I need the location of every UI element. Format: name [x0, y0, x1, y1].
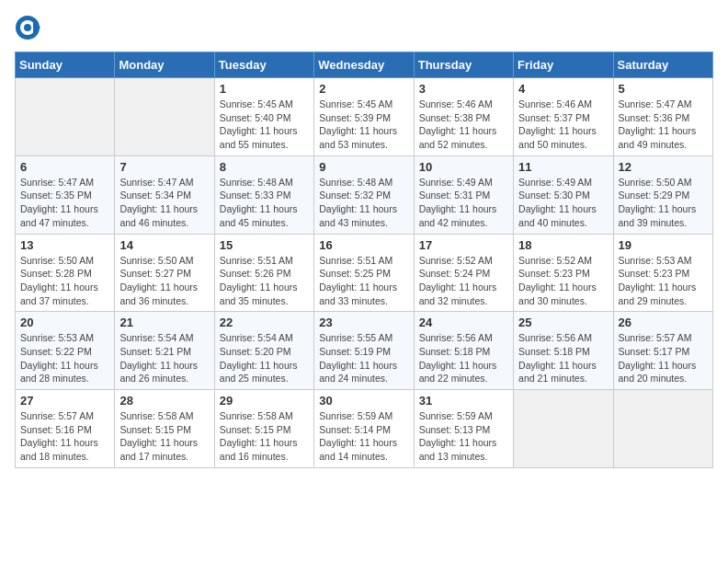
cell-info: Sunrise: 5:47 AMSunset: 5:35 PMDaylight:… [20, 176, 109, 230]
calendar-cell: 5Sunrise: 5:47 AMSunset: 5:36 PMDaylight… [613, 78, 712, 156]
cell-info: Sunrise: 5:47 AMSunset: 5:34 PMDaylight:… [119, 176, 209, 230]
day-number: 22 [220, 316, 309, 329]
calendar-cell: 29Sunrise: 5:58 AMSunset: 5:15 PMDayligh… [214, 390, 313, 468]
day-number: 19 [619, 238, 708, 252]
cell-info: Sunrise: 5:53 AMSunset: 5:23 PMDaylight:… [619, 254, 708, 308]
day-number: 14 [119, 238, 209, 252]
day-number: 7 [119, 160, 209, 174]
day-number: 15 [220, 238, 309, 252]
calendar-cell: 22Sunrise: 5:54 AMSunset: 5:20 PMDayligh… [214, 312, 313, 390]
header-row: SundayMondayTuesdayWednesdayThursdayFrid… [16, 52, 713, 78]
day-number: 31 [419, 394, 508, 408]
day-number: 27 [20, 394, 109, 408]
day-number: 25 [518, 316, 608, 329]
calendar-cell: 26Sunrise: 5:57 AMSunset: 5:17 PMDayligh… [613, 312, 712, 390]
header-cell-monday: Monday [115, 52, 214, 78]
cell-info: Sunrise: 5:57 AMSunset: 5:17 PMDaylight:… [619, 331, 708, 385]
day-number: 23 [319, 316, 408, 329]
calendar-cell [115, 78, 214, 156]
cell-info: Sunrise: 5:48 AMSunset: 5:33 PMDaylight:… [220, 176, 309, 230]
day-number: 1 [220, 82, 309, 96]
day-number: 12 [619, 160, 708, 174]
cell-info: Sunrise: 5:52 AMSunset: 5:23 PMDaylight:… [518, 254, 608, 308]
cell-info: Sunrise: 5:51 AMSunset: 5:26 PMDaylight:… [220, 254, 309, 308]
calendar-cell: 9Sunrise: 5:48 AMSunset: 5:32 PMDaylight… [314, 155, 414, 234]
cell-info: Sunrise: 5:50 AMSunset: 5:27 PMDaylight:… [119, 254, 209, 308]
day-number: 8 [220, 160, 309, 174]
cell-info: Sunrise: 5:59 AMSunset: 5:14 PMDaylight:… [319, 409, 408, 464]
day-number: 4 [518, 82, 608, 96]
cell-info: Sunrise: 5:46 AMSunset: 5:38 PMDaylight:… [419, 98, 508, 152]
day-number: 16 [319, 238, 408, 252]
day-number: 18 [518, 238, 608, 252]
calendar-cell: 20Sunrise: 5:53 AMSunset: 5:22 PMDayligh… [16, 312, 115, 390]
day-number: 26 [619, 316, 708, 329]
calendar-cell: 8Sunrise: 5:48 AMSunset: 5:33 PMDaylight… [214, 155, 313, 234]
page-header [15, 15, 713, 40]
week-row-1: 1Sunrise: 5:45 AMSunset: 5:40 PMDaylight… [16, 78, 713, 156]
cell-info: Sunrise: 5:58 AMSunset: 5:15 PMDaylight:… [119, 409, 209, 464]
week-row-3: 13Sunrise: 5:50 AMSunset: 5:28 PMDayligh… [16, 234, 713, 312]
svg-point-2 [24, 24, 31, 31]
calendar-cell: 15Sunrise: 5:51 AMSunset: 5:26 PMDayligh… [214, 234, 313, 312]
cell-info: Sunrise: 5:48 AMSunset: 5:32 PMDaylight:… [319, 176, 408, 230]
calendar-cell: 31Sunrise: 5:59 AMSunset: 5:13 PMDayligh… [414, 390, 513, 468]
calendar-cell [514, 390, 613, 468]
calendar-cell: 19Sunrise: 5:53 AMSunset: 5:23 PMDayligh… [613, 234, 712, 312]
calendar-cell: 25Sunrise: 5:56 AMSunset: 5:18 PMDayligh… [514, 312, 613, 390]
cell-info: Sunrise: 5:47 AMSunset: 5:36 PMDaylight:… [619, 98, 708, 152]
day-number: 5 [619, 82, 708, 96]
header-cell-wednesday: Wednesday [314, 52, 414, 78]
calendar-cell: 30Sunrise: 5:59 AMSunset: 5:14 PMDayligh… [314, 390, 414, 468]
header-cell-tuesday: Tuesday [214, 52, 313, 78]
cell-info: Sunrise: 5:49 AMSunset: 5:31 PMDaylight:… [419, 176, 508, 230]
calendar-cell: 18Sunrise: 5:52 AMSunset: 5:23 PMDayligh… [514, 234, 613, 312]
day-number: 3 [419, 82, 508, 96]
day-number: 17 [419, 238, 508, 252]
calendar-cell: 28Sunrise: 5:58 AMSunset: 5:15 PMDayligh… [115, 390, 214, 468]
logo [15, 15, 44, 40]
calendar-body: 1Sunrise: 5:45 AMSunset: 5:40 PMDaylight… [16, 78, 713, 468]
calendar-table: SundayMondayTuesdayWednesdayThursdayFrid… [15, 52, 713, 468]
day-number: 9 [319, 160, 408, 174]
cell-info: Sunrise: 5:56 AMSunset: 5:18 PMDaylight:… [518, 331, 608, 385]
week-row-4: 20Sunrise: 5:53 AMSunset: 5:22 PMDayligh… [16, 312, 713, 390]
header-cell-thursday: Thursday [414, 52, 513, 78]
calendar-cell: 2Sunrise: 5:45 AMSunset: 5:39 PMDaylight… [314, 78, 414, 156]
calendar-cell: 23Sunrise: 5:55 AMSunset: 5:19 PMDayligh… [314, 312, 414, 390]
calendar-cell: 16Sunrise: 5:51 AMSunset: 5:25 PMDayligh… [314, 234, 414, 312]
calendar-cell [16, 78, 115, 156]
day-number: 29 [220, 394, 309, 408]
header-cell-sunday: Sunday [16, 52, 115, 78]
cell-info: Sunrise: 5:51 AMSunset: 5:25 PMDaylight:… [319, 254, 408, 308]
calendar-cell: 7Sunrise: 5:47 AMSunset: 5:34 PMDaylight… [115, 155, 214, 234]
calendar-cell: 27Sunrise: 5:57 AMSunset: 5:16 PMDayligh… [16, 390, 115, 468]
cell-info: Sunrise: 5:52 AMSunset: 5:24 PMDaylight:… [419, 254, 508, 308]
day-number: 13 [20, 238, 109, 252]
calendar-header: SundayMondayTuesdayWednesdayThursdayFrid… [16, 52, 713, 78]
day-number: 30 [319, 394, 408, 408]
cell-info: Sunrise: 5:54 AMSunset: 5:21 PMDaylight:… [119, 331, 209, 385]
cell-info: Sunrise: 5:50 AMSunset: 5:28 PMDaylight:… [20, 254, 109, 308]
cell-info: Sunrise: 5:55 AMSunset: 5:19 PMDaylight:… [319, 331, 408, 385]
calendar-cell: 24Sunrise: 5:56 AMSunset: 5:18 PMDayligh… [414, 312, 513, 390]
cell-info: Sunrise: 5:54 AMSunset: 5:20 PMDaylight:… [220, 331, 309, 385]
cell-info: Sunrise: 5:50 AMSunset: 5:29 PMDaylight:… [619, 176, 708, 230]
day-number: 21 [119, 316, 209, 329]
day-number: 11 [518, 160, 608, 174]
logo-icon [15, 15, 40, 40]
day-number: 20 [20, 316, 109, 329]
header-cell-friday: Friday [514, 52, 613, 78]
cell-info: Sunrise: 5:49 AMSunset: 5:30 PMDaylight:… [518, 176, 608, 230]
calendar-cell: 21Sunrise: 5:54 AMSunset: 5:21 PMDayligh… [115, 312, 214, 390]
calendar-cell: 6Sunrise: 5:47 AMSunset: 5:35 PMDaylight… [16, 155, 115, 234]
day-number: 24 [419, 316, 508, 329]
calendar-cell [613, 390, 712, 468]
calendar-cell: 17Sunrise: 5:52 AMSunset: 5:24 PMDayligh… [414, 234, 513, 312]
calendar-cell: 1Sunrise: 5:45 AMSunset: 5:40 PMDaylight… [214, 78, 313, 156]
cell-info: Sunrise: 5:45 AMSunset: 5:40 PMDaylight:… [220, 98, 309, 152]
cell-info: Sunrise: 5:53 AMSunset: 5:22 PMDaylight:… [20, 331, 109, 385]
cell-info: Sunrise: 5:59 AMSunset: 5:13 PMDaylight:… [419, 409, 508, 464]
header-cell-saturday: Saturday [613, 52, 712, 78]
cell-info: Sunrise: 5:56 AMSunset: 5:18 PMDaylight:… [419, 331, 508, 385]
